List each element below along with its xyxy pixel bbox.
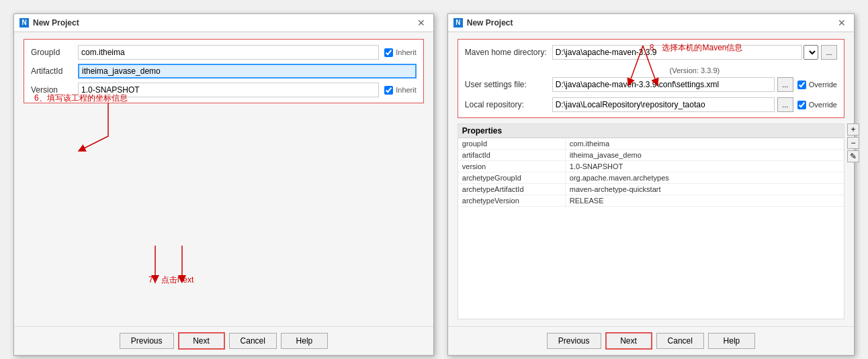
artifactid-label: ArtifactId <box>31 66 78 76</box>
groupid-inherit-label: Inherit <box>396 48 417 56</box>
prop-key-version: version <box>458 161 566 172</box>
right-title-bar: N New Project ✕ <box>448 14 854 32</box>
properties-buttons: + − ✎ <box>847 123 859 162</box>
left-help-button[interactable]: Help <box>281 333 328 349</box>
arrow-6 <box>68 96 169 176</box>
version-inherit[interactable]: Inherit <box>384 86 417 95</box>
prop-row-artifactid: artifactId itheima_javase_demo <box>458 150 844 161</box>
left-close-button[interactable]: ✕ <box>415 18 428 28</box>
prop-row-version: version 1.0-SNAPSHOT <box>458 161 844 172</box>
prop-value-groupid: com.itheima <box>566 138 844 149</box>
left-dialog-title: New Project <box>33 18 79 28</box>
groupid-row: GroupId Inherit <box>31 45 417 60</box>
prop-key-artifactid: artifactId <box>458 150 566 160</box>
right-title-left: N New Project <box>453 18 513 28</box>
maven-settings-label: User settings file: <box>465 80 552 89</box>
left-title-left: N New Project <box>19 18 79 28</box>
groupid-inherit[interactable]: Inherit <box>384 48 417 57</box>
left-title-bar: N New Project ✕ <box>14 14 433 32</box>
maven-settings-override-label: Override <box>809 81 837 89</box>
left-previous-button[interactable]: Previous <box>120 333 174 349</box>
prop-key-archetype-artifact: archetypeArtifactId <box>458 184 566 195</box>
maven-settings-override[interactable]: Override <box>797 81 837 89</box>
maven-settings-input[interactable] <box>552 77 775 92</box>
right-title-icon: N <box>453 18 463 28</box>
right-previous-button[interactable]: Previous <box>547 333 601 349</box>
maven-repo-label: Local repository: <box>465 100 552 109</box>
artifactid-row: ArtifactId <box>31 64 417 79</box>
artifactid-input[interactable] <box>78 64 417 79</box>
left-title-icon: N <box>19 18 29 28</box>
prop-value-archetype-version: RELEASE <box>566 195 844 206</box>
prop-edit-button[interactable]: ✎ <box>847 150 859 162</box>
left-dialog-footer: Previous Next Cancel Help <box>14 326 433 355</box>
properties-header: Properties <box>458 124 844 138</box>
groupid-input[interactable] <box>78 45 379 60</box>
properties-area: Properties groupId com.itheima artifactI… <box>458 123 844 319</box>
prop-row-archetype-version: archetypeVersion RELEASE <box>458 195 844 207</box>
prop-key-archetype-version: archetypeVersion <box>458 195 566 206</box>
maven-settings-row: User settings file: ... Override <box>465 77 837 92</box>
prop-value-artifactid: itheima_javase_demo <box>566 150 844 160</box>
version-inherit-checkbox[interactable] <box>384 86 393 95</box>
annotation-6: 6、填写该工程的坐标信息 <box>34 93 128 104</box>
properties-table: Properties groupId com.itheima artifactI… <box>458 123 844 319</box>
prop-value-version: 1.0-SNAPSHOT <box>566 161 844 172</box>
left-dialog-content: GroupId Inherit ArtifactId Version Inher… <box>14 32 433 326</box>
prop-key-archetype-group: archetypeGroupId <box>458 172 566 183</box>
prop-remove-button[interactable]: − <box>847 137 859 149</box>
maven-home-label: Maven home directory: <box>465 48 552 57</box>
maven-version: (Version: 3.3.9) <box>465 65 837 77</box>
left-next-button[interactable]: Next <box>178 332 225 350</box>
right-close-button[interactable]: ✕ <box>835 18 849 28</box>
prop-row-groupid: groupId com.itheima <box>458 138 844 150</box>
right-dialog-content: Maven home directory: ▼ ... (Version: 3.… <box>448 32 854 326</box>
maven-repo-override-label: Override <box>809 101 837 109</box>
prop-row-archetype-group: archetypeGroupId org.apache.maven.archet… <box>458 172 844 184</box>
maven-settings-override-checkbox[interactable] <box>797 81 806 89</box>
prop-add-button[interactable]: + <box>847 123 859 136</box>
right-dialog-footer: Previous Next Cancel Help <box>448 326 854 355</box>
right-next-button[interactable]: Next <box>605 332 652 350</box>
groupid-inherit-checkbox[interactable] <box>384 48 393 57</box>
right-cancel-button[interactable]: Cancel <box>656 333 704 349</box>
maven-home-browse[interactable]: ... <box>821 45 837 60</box>
maven-settings-browse[interactable]: ... <box>777 77 793 92</box>
prop-value-archetype-artifact: maven-archetype-quickstart <box>566 184 844 195</box>
maven-repo-row: Local repository: ... Override <box>465 97 837 112</box>
maven-home-dropdown[interactable]: ▼ <box>804 45 818 60</box>
left-cancel-button[interactable]: Cancel <box>229 333 277 349</box>
right-dialog-title: New Project <box>467 18 513 28</box>
prop-row-archetype-artifact: archetypeArtifactId maven-archetype-quic… <box>458 184 844 195</box>
prop-key-groupid: groupId <box>458 138 566 149</box>
right-dialog: N New Project ✕ Maven home directory: ▼ … <box>447 13 855 356</box>
right-help-button[interactable]: Help <box>708 333 755 349</box>
maven-repo-browse[interactable]: ... <box>777 97 793 112</box>
maven-repo-input[interactable] <box>552 97 775 112</box>
annotation-8: 8、选择本机的Maven信息 <box>650 42 743 54</box>
maven-repo-override-checkbox[interactable] <box>797 101 806 109</box>
prop-value-archetype-group: org.apache.maven.archetypes <box>566 172 844 183</box>
left-dialog: N New Project ✕ GroupId Inherit Artifact… <box>13 13 434 356</box>
maven-repo-override[interactable]: Override <box>797 101 837 109</box>
groupid-label: GroupId <box>31 48 78 57</box>
annotation-7: 7、点击Next <box>148 274 193 286</box>
version-inherit-label: Inherit <box>396 86 417 94</box>
